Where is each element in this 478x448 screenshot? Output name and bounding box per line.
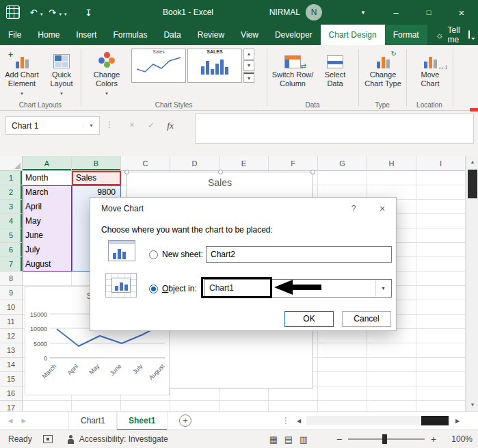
accessibility-status[interactable]: Accessibility: Investigate <box>66 434 168 444</box>
scroll-up-icon[interactable]: ▲ <box>466 156 478 168</box>
row-header-14[interactable]: 14 <box>0 358 23 372</box>
row-header-10[interactable]: 10 <box>0 300 23 315</box>
name-box[interactable]: Chart 1 ▾ <box>5 116 100 135</box>
row-header-16[interactable]: 16 <box>0 386 23 401</box>
row-header-4[interactable]: 4 <box>0 214 23 228</box>
row-header-7[interactable]: 7 <box>0 257 23 272</box>
enter-entry-icon[interactable]: ✓ <box>142 116 160 135</box>
quick-layout-button[interactable]: Quick Layout ▾ <box>41 48 82 103</box>
row-header-2[interactable]: 2 <box>0 185 23 200</box>
chart-handle[interactable] <box>124 170 129 174</box>
tab-home[interactable]: Home <box>29 25 68 45</box>
cell-a4[interactable]: May <box>23 214 41 228</box>
add-chart-element-button[interactable]: + Add Chart Element ▾ <box>1 48 42 103</box>
row-header-1[interactable]: 1 <box>0 171 23 185</box>
column-header-g[interactable]: G <box>318 156 367 171</box>
gallery-down-button[interactable]: ▾ <box>243 60 254 71</box>
chart-handle[interactable] <box>310 170 315 174</box>
horizontal-scrollbar[interactable] <box>306 416 450 425</box>
sheet-nav-right-icon[interactable]: ▶ <box>18 412 30 430</box>
hscroll-right-icon[interactable]: ▶ <box>451 412 464 430</box>
change-colors-button[interactable]: Change Colors ▾ <box>85 48 129 103</box>
minimize-button[interactable]: – <box>380 0 412 25</box>
vertical-scrollbar[interactable]: ▲ ▼ <box>466 156 478 411</box>
select-data-button[interactable]: Select Data <box>316 48 354 103</box>
macro-record-icon[interactable] <box>43 435 53 443</box>
change-chart-type-button[interactable]: ↻ Change Chart Type <box>361 48 405 103</box>
new-sheet-name-input[interactable] <box>206 246 392 263</box>
scroll-down-icon[interactable]: ▼ <box>466 399 478 411</box>
new-sheet-button[interactable]: + <box>179 414 191 427</box>
dialog-close-icon[interactable]: × <box>375 202 390 215</box>
column-header-d[interactable]: D <box>170 156 220 171</box>
cell-a6[interactable]: July <box>23 243 40 257</box>
account-area[interactable]: NIRMAL N <box>269 4 322 21</box>
ok-button[interactable]: OK <box>284 311 334 327</box>
cancel-button[interactable]: Cancel <box>342 311 391 327</box>
tell-me[interactable]: ☼ Tell me <box>427 25 468 45</box>
chart-style-thumbnail-2[interactable]: SALES <box>187 49 242 83</box>
new-sheet-radio[interactable] <box>149 250 158 259</box>
column-header-i[interactable]: I <box>416 156 466 171</box>
redo-icon[interactable]: ↷ <box>46 4 59 21</box>
row-header-5[interactable]: 5 <box>0 228 23 243</box>
chart-title[interactable]: Sales <box>127 177 313 188</box>
row-header-15[interactable]: 15 <box>0 372 23 386</box>
undo-caret-icon[interactable]: ▾ <box>40 12 43 17</box>
gallery-more-button[interactable]: ▾ <box>243 72 254 83</box>
zoom-out-button[interactable]: − <box>333 434 345 445</box>
column-header-f[interactable]: F <box>269 156 318 171</box>
vertical-scroll-thumb[interactable] <box>468 170 477 198</box>
select-all-corner[interactable] <box>0 156 23 171</box>
formula-bar-grip-icon[interactable]: ⋮ <box>105 120 114 129</box>
zoom-level[interactable]: 100% <box>447 434 473 444</box>
page-break-view-icon[interactable]: ▥ <box>296 434 311 445</box>
tab-developer[interactable]: Developer <box>267 25 321 45</box>
cell-b1[interactable]: Sales <box>73 171 96 185</box>
tab-review[interactable]: Review <box>189 25 233 45</box>
comments-icon[interactable] <box>468 30 470 39</box>
hscroll-left-icon[interactable]: ◀ <box>293 412 305 430</box>
insert-function-icon[interactable]: fx <box>161 116 179 135</box>
cell-a3[interactable]: April <box>23 200 42 214</box>
name-box-caret-icon[interactable]: ▾ <box>83 122 99 129</box>
pin-icon[interactable]: ↧ <box>82 4 96 21</box>
tab-format[interactable]: Format <box>385 25 427 45</box>
switch-row-column-button[interactable]: ⇄ Switch Row/ Column <box>271 48 315 103</box>
column-header-e[interactable]: E <box>220 156 269 171</box>
undo-icon[interactable]: ↶ <box>27 4 40 21</box>
close-button[interactable]: × <box>445 0 478 25</box>
tab-data[interactable]: Data <box>155 25 189 45</box>
horizontal-scroll-thumb[interactable] <box>421 416 449 425</box>
dialog-help-icon[interactable]: ? <box>346 202 361 215</box>
column-header-c[interactable]: C <box>121 156 170 171</box>
excel-app-icon[interactable] <box>6 5 20 19</box>
normal-view-icon[interactable]: ▦ <box>266 434 281 445</box>
chart-handle[interactable] <box>218 170 223 174</box>
chart-style-thumbnail-1[interactable]: Sales <box>131 49 186 83</box>
page-layout-view-icon[interactable]: ▤ <box>281 434 296 445</box>
row-header-8[interactable]: 8 <box>0 272 23 286</box>
row-header-9[interactable]: 9 <box>0 286 23 300</box>
zoom-slider[interactable] <box>348 438 425 440</box>
move-chart-button[interactable]: ↔↕ Move Chart <box>410 48 450 103</box>
row-header-11[interactable]: 11 <box>0 315 23 329</box>
avatar[interactable]: N <box>306 4 322 21</box>
row-header-17[interactable]: 17 <box>0 401 23 411</box>
redo-caret-icon[interactable]: ▾ <box>59 12 62 17</box>
combo-dropdown-icon[interactable]: ▾ <box>375 280 390 296</box>
ribbon-display-options-icon[interactable]: ▾ <box>347 0 380 25</box>
formula-input[interactable] <box>195 114 474 144</box>
sheet-tab-chart1[interactable]: Chart1 <box>68 412 118 430</box>
cell-a7[interactable]: August <box>23 257 51 272</box>
cell-a5[interactable]: June <box>23 228 43 243</box>
zoom-slider-thumb[interactable] <box>382 434 387 444</box>
zoom-in-button[interactable]: + <box>427 434 440 445</box>
row-header-12[interactable]: 12 <box>0 329 23 343</box>
column-header-b[interactable]: B <box>72 156 121 171</box>
cell-a1[interactable]: Month <box>23 171 48 185</box>
tab-formulas[interactable]: Formulas <box>105 25 155 45</box>
column-header-h[interactable]: H <box>367 156 416 171</box>
object-in-radio[interactable] <box>149 285 158 293</box>
cell-a2[interactable]: March <box>23 185 48 200</box>
